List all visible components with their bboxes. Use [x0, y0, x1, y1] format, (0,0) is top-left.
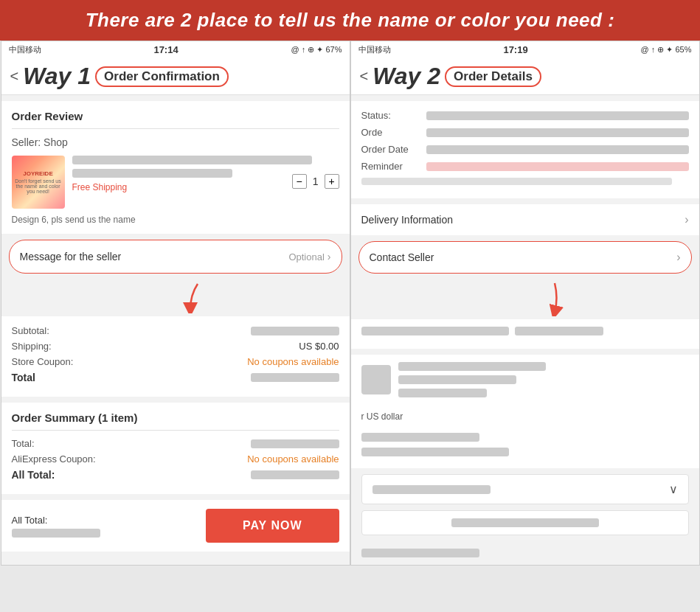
- design-note: Design 6, pls send us the name: [12, 215, 339, 225]
- right-content-blurs: [398, 362, 689, 397]
- order-date-value: [426, 145, 689, 154]
- coupon-row: Store Coupon: No coupons available: [12, 356, 339, 367]
- thumb-blur-2: [398, 375, 516, 384]
- store-coupon-value[interactable]: No coupons available: [247, 356, 339, 367]
- qty-minus[interactable]: −: [292, 174, 307, 189]
- way-label-2: Way 2: [372, 63, 440, 90]
- pricing-section: Subtotal: Shipping: US $0.00 Store Coupo…: [1, 316, 350, 397]
- extra-blur-a: [361, 433, 479, 442]
- qty-plus[interactable]: +: [325, 174, 339, 189]
- back-button-2[interactable]: <: [360, 68, 369, 85]
- message-chevron-icon: ›: [328, 251, 331, 262]
- message-optional: Optional: [288, 251, 324, 262]
- reminder-row: Reminder: [361, 161, 689, 172]
- footer-total-value: [12, 529, 100, 538]
- summary-total-label: Total:: [12, 438, 35, 449]
- total-row: Total: [12, 372, 339, 383]
- input-field-section[interactable]: [361, 510, 689, 535]
- carrier-1: 中国移动: [9, 44, 41, 55]
- order-review-title: Order Review: [12, 110, 339, 122]
- status-value: [426, 111, 689, 120]
- banner-text: There are 2 place to tell us the name or…: [86, 9, 615, 31]
- aliexpress-coupon-row: AliExpress Coupon: No coupons available: [12, 453, 339, 465]
- product-image: JOYREIDE Don't forget send us the name a…: [12, 156, 65, 209]
- reminder-value: [426, 162, 689, 171]
- extra-blur-b: [361, 448, 509, 456]
- subtotal-value: [251, 327, 339, 335]
- message-label: Message for the seller: [20, 251, 122, 262]
- all-total-value-summary: [251, 470, 339, 479]
- dropdown-chevron-icon: ∨: [669, 482, 678, 496]
- thumbnail-image: [361, 365, 391, 394]
- icons-1: @ ↑ ⊕ ✦ 67%: [291, 45, 342, 55]
- contact-seller-row[interactable]: Contact Seller ›: [358, 241, 692, 274]
- subtotal-label: Subtotal:: [12, 325, 49, 336]
- nav-bar-1: < Way 1 Order Confirmation: [1, 58, 350, 95]
- order-review-section: Order Review Seller: Shop JOYREIDE Don't…: [1, 101, 350, 234]
- delivery-label: Delivery Information: [361, 214, 454, 226]
- delivery-chevron-icon: ›: [685, 213, 688, 226]
- order-label: Orde: [361, 127, 420, 138]
- blurred-info-section: [351, 319, 699, 349]
- contact-seller-label: Contact Seller: [370, 251, 434, 263]
- shipping-label: Shipping:: [12, 341, 52, 352]
- blur-bar-1: [361, 327, 509, 335]
- shipping-row: Shipping: US $0.00: [12, 341, 339, 352]
- phone-way2: 中国移动 17:19 @ ↑ ⊕ ✦ 65% < Way 2 Order Det…: [350, 41, 700, 566]
- product-name-blur-1: [72, 156, 313, 164]
- all-total-footer-label: All Total:: [12, 515, 100, 526]
- bottom-blur: [361, 549, 479, 557]
- icons-2: @ ↑ ⊕ ✦ 65%: [641, 45, 692, 55]
- message-for-seller-row[interactable]: Message for the seller Optional ›: [9, 240, 342, 274]
- quantity-control: − 1 +: [292, 174, 339, 189]
- arrow-annotation-2: [533, 279, 577, 316]
- nav-title-2: Order Details: [454, 69, 533, 83]
- banner: There are 2 place to tell us the name or…: [0, 0, 700, 41]
- blur-bar-2: [515, 327, 603, 335]
- total-label: Total: [12, 372, 35, 383]
- us-dollar-label: r US dollar: [361, 411, 403, 422]
- reminder-label: Reminder: [361, 161, 420, 172]
- status-bar-2: 中国移动 17:19 @ ↑ ⊕ ✦ 65%: [351, 41, 699, 58]
- all-total-label-summary: All Total:: [12, 469, 55, 481]
- delivery-info-row[interactable]: Delivery Information ›: [351, 204, 699, 235]
- pay-now-button[interactable]: PAY NOW: [206, 509, 339, 543]
- nav-title-1: Order Confirmation: [104, 69, 220, 83]
- all-total-row-summary: All Total:: [12, 469, 339, 481]
- dropdown-value-blur: [372, 485, 491, 494]
- contact-seller-chevron-icon: ›: [676, 251, 680, 264]
- total-value: [251, 373, 339, 382]
- thumb-blur-3: [398, 389, 487, 397]
- aliexpress-coupon-value[interactable]: No coupons available: [247, 453, 339, 465]
- input-value-blur: [451, 518, 599, 527]
- aliexpress-coupon-label: AliExpress Coupon:: [12, 453, 96, 465]
- phone-way1: 中国移动 17:14 @ ↑ ⊕ ✦ 67% < Way 1 Order Con…: [1, 41, 350, 566]
- subtotal-row: Subtotal:: [12, 325, 339, 336]
- pay-now-section: All Total: PAY NOW: [1, 500, 350, 552]
- status-label: Status:: [361, 110, 420, 121]
- status-row: Status:: [361, 110, 689, 121]
- order-date-row: Order Date: [361, 144, 689, 155]
- way-label-1: Way 1: [23, 63, 91, 90]
- order-info-section: Status: Orde Order Date Reminder: [351, 101, 699, 198]
- order-summary-section: Order Summary (1 item) Total: AliExpress…: [1, 403, 350, 494]
- product-details: Free Shipping − 1 +: [72, 156, 339, 195]
- footer-total-area: All Total:: [12, 515, 100, 538]
- qty-number: 1: [313, 175, 319, 187]
- nav-bar-2: < Way 2 Order Details: [351, 58, 699, 95]
- thumb-blur-1: [398, 362, 546, 371]
- summary-total-value: [251, 439, 339, 448]
- free-shipping-label: Free Shipping: [72, 182, 128, 192]
- product-name-blur-2: [72, 169, 232, 178]
- back-button-1[interactable]: <: [10, 68, 19, 85]
- order-number-row: Orde: [361, 127, 689, 138]
- bottom-blur-section: [351, 541, 699, 565]
- arrow-annotation-1: [176, 277, 220, 313]
- extra-blur-1: [361, 178, 673, 185]
- time-1: 17:14: [153, 44, 178, 55]
- order-date-label: Order Date: [361, 144, 420, 155]
- dropdown-row[interactable]: ∨: [361, 474, 689, 504]
- blur-row-1: [361, 327, 689, 335]
- product-row: JOYREIDE Don't forget send us the name a…: [12, 156, 339, 209]
- us-dollar-section: r US dollar: [351, 405, 699, 427]
